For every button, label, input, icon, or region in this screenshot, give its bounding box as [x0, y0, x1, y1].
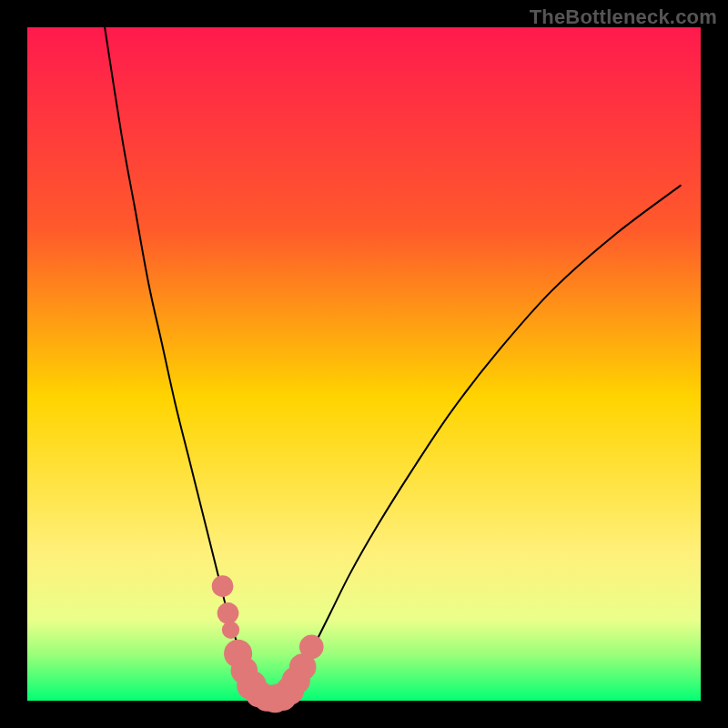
marker-dot [217, 602, 239, 624]
marker-dot [299, 634, 324, 659]
marker-dot [212, 575, 234, 597]
marker-dot [222, 622, 239, 639]
watermark-text: TheBottleneck.com [530, 5, 717, 29]
plot-background [27, 27, 701, 701]
chart-frame: TheBottleneck.com [0, 0, 728, 728]
chart-svg [0, 0, 728, 728]
